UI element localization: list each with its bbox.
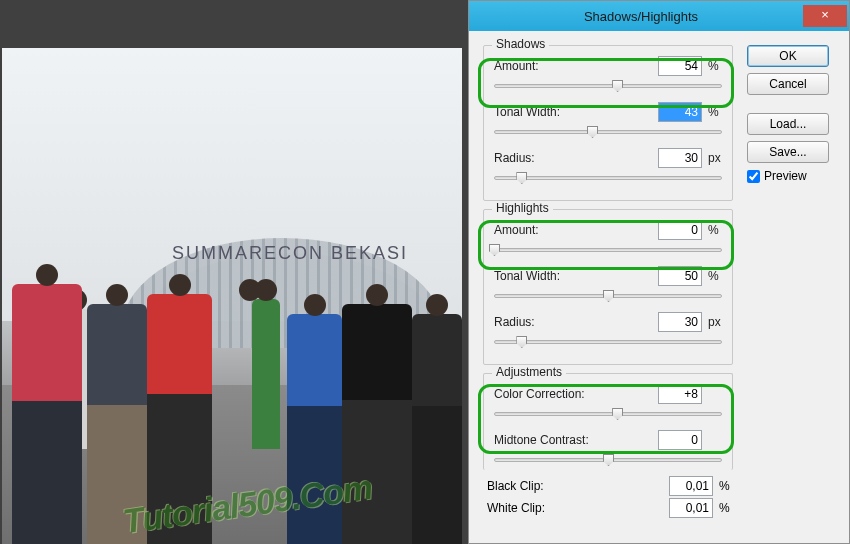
highlights-tonal-input[interactable] xyxy=(658,266,702,286)
highlights-amount-slider[interactable] xyxy=(494,242,722,260)
shadows-legend: Shadows xyxy=(492,37,549,51)
preview-label: Preview xyxy=(764,169,807,183)
editor-canvas-area: SUMMARECON BEKASI Tutorial509.Com xyxy=(0,0,468,544)
close-icon[interactable]: × xyxy=(803,5,847,27)
shadows-tonal-slider[interactable] xyxy=(494,124,722,142)
shadows-amount-label: Amount: xyxy=(494,59,658,73)
black-clip-label: Black Clip: xyxy=(487,479,669,493)
dialog-titlebar[interactable]: Shadows/Highlights × xyxy=(469,1,849,31)
midtone-contrast-slider[interactable] xyxy=(494,452,722,470)
highlights-radius-slider[interactable] xyxy=(494,334,722,352)
midtone-contrast-input[interactable] xyxy=(658,430,702,450)
cancel-button[interactable]: Cancel xyxy=(747,73,829,95)
shadows-highlights-dialog: Shadows/Highlights × Shadows Amount: % T… xyxy=(468,0,850,544)
midtone-contrast-label: Midtone Contrast: xyxy=(494,433,658,447)
dialog-title: Shadows/Highlights xyxy=(479,9,803,24)
adjustments-group: Adjustments Color Correction: Midtone Co… xyxy=(483,373,733,470)
adjustments-legend: Adjustments xyxy=(492,365,566,379)
ok-button[interactable]: OK xyxy=(747,45,829,67)
landmark-text: SUMMARECON BEKASI xyxy=(172,243,408,264)
shadows-group: Shadows Amount: % Tonal Width: % Radius: xyxy=(483,45,733,201)
color-correction-slider[interactable] xyxy=(494,406,722,424)
preview-checkbox[interactable]: Preview xyxy=(747,169,835,183)
highlights-group: Highlights Amount: % Tonal Width: % Radi… xyxy=(483,209,733,365)
highlights-tonal-slider[interactable] xyxy=(494,288,722,306)
unit-percent: % xyxy=(702,59,722,73)
highlights-amount-label: Amount: xyxy=(494,223,658,237)
shadows-tonal-label: Tonal Width: xyxy=(494,105,658,119)
preview-checkbox-input[interactable] xyxy=(747,170,760,183)
shadows-radius-input[interactable] xyxy=(658,148,702,168)
shadows-radius-label: Radius: xyxy=(494,151,658,165)
white-clip-input[interactable] xyxy=(669,498,713,518)
load-button[interactable]: Load... xyxy=(747,113,829,135)
shadows-amount-slider[interactable] xyxy=(494,78,722,96)
color-correction-input[interactable] xyxy=(658,384,702,404)
highlights-amount-input[interactable] xyxy=(658,220,702,240)
color-correction-label: Color Correction: xyxy=(494,387,658,401)
highlights-tonal-label: Tonal Width: xyxy=(494,269,658,283)
shadows-tonal-input[interactable] xyxy=(658,102,702,122)
shadows-radius-slider[interactable] xyxy=(494,170,722,188)
save-button[interactable]: Save... xyxy=(747,141,829,163)
highlights-radius-input[interactable] xyxy=(658,312,702,332)
crowd xyxy=(2,271,462,544)
black-clip-input[interactable] xyxy=(669,476,713,496)
highlights-legend: Highlights xyxy=(492,201,553,215)
shadows-amount-input[interactable] xyxy=(658,56,702,76)
white-clip-label: White Clip: xyxy=(487,501,669,515)
document-image[interactable]: SUMMARECON BEKASI Tutorial509.Com xyxy=(2,48,462,544)
highlights-radius-label: Radius: xyxy=(494,315,658,329)
